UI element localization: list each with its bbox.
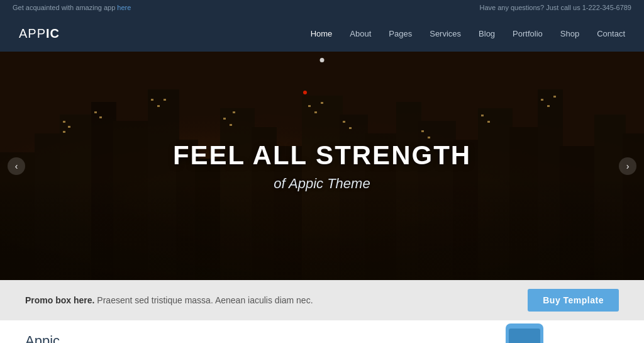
svg-rect-32 <box>157 105 160 107</box>
buy-template-button[interactable]: Buy Template <box>528 289 619 312</box>
svg-rect-27 <box>68 126 70 128</box>
svg-rect-34 <box>223 118 226 120</box>
hero-content: FEEL ALL STRENGTH of Appic Theme <box>173 140 471 192</box>
svg-rect-31 <box>151 99 153 101</box>
next-slide-button[interactable]: › <box>619 157 636 175</box>
svg-rect-43 <box>428 137 430 138</box>
svg-rect-28 <box>63 131 65 133</box>
svg-rect-35 <box>230 124 232 126</box>
phone-icon <box>487 323 562 343</box>
svg-rect-30 <box>99 116 102 118</box>
svg-rect-48 <box>553 96 556 98</box>
nav-item-pages[interactable]: Pages <box>389 29 412 38</box>
bottom-section: Appic BENEFITS <box>0 320 644 343</box>
svg-rect-39 <box>321 102 323 104</box>
logo: APPIC <box>19 26 60 41</box>
svg-rect-44 <box>481 115 484 116</box>
left-arrow-icon: ‹ <box>15 161 18 171</box>
svg-rect-47 <box>547 105 550 107</box>
svg-rect-46 <box>541 99 543 101</box>
slide-indicator <box>320 58 325 62</box>
svg-rect-45 <box>487 121 490 123</box>
promo-bold: Promo box here. <box>25 295 94 305</box>
svg-rect-38 <box>314 111 317 113</box>
phone-mockup <box>487 323 562 343</box>
nav-item-services[interactable]: Services <box>430 29 461 38</box>
nav-item-shop[interactable]: Shop <box>560 29 579 38</box>
svg-rect-29 <box>94 111 97 113</box>
svg-rect-50 <box>0 177 644 280</box>
svg-rect-52 <box>509 329 540 343</box>
nav-item-blog[interactable]: Blog <box>479 29 495 38</box>
svg-rect-41 <box>349 127 352 129</box>
prev-slide-button[interactable]: ‹ <box>8 157 25 175</box>
bottom-appic-label: Appic <box>25 333 182 343</box>
svg-rect-42 <box>421 130 424 132</box>
svg-rect-37 <box>308 105 311 107</box>
logo-text: APPIC <box>19 26 60 40</box>
top-bar-link[interactable]: here <box>117 4 131 11</box>
promo-box: Promo box here. Praesent sed tristique m… <box>0 280 644 320</box>
top-bar-right: Have any questions? Just call us 1-222-3… <box>479 4 631 11</box>
top-bar: Get acquainted with amazing app here Hav… <box>0 0 644 15</box>
hero-subtitle: of Appic Theme <box>173 176 471 192</box>
promo-body: Praesent sed tristique massa. Aenean iac… <box>94 295 313 305</box>
hero-section: ‹ › FEEL ALL STRENGTH of Appic Theme <box>0 52 644 280</box>
nav-item-home[interactable]: Home <box>311 29 333 38</box>
main-nav: Home About Pages Services Blog Portfolio… <box>311 29 625 38</box>
svg-rect-40 <box>343 121 345 123</box>
nav-item-about[interactable]: About <box>350 29 371 38</box>
svg-point-49 <box>303 91 307 94</box>
nav-item-portfolio[interactable]: Portfolio <box>513 29 543 38</box>
svg-rect-36 <box>233 111 235 113</box>
right-arrow-icon: › <box>626 161 630 171</box>
svg-rect-26 <box>63 121 65 123</box>
promo-text: Promo box here. Praesent sed tristique m… <box>25 295 313 305</box>
svg-rect-33 <box>164 99 166 101</box>
header: APPIC Home About Pages Services Blog Por… <box>0 15 644 52</box>
top-bar-left: Get acquainted with amazing app here <box>13 4 131 11</box>
hero-title: FEEL ALL STRENGTH <box>173 140 471 171</box>
nav-item-contact[interactable]: Contact <box>597 29 625 38</box>
